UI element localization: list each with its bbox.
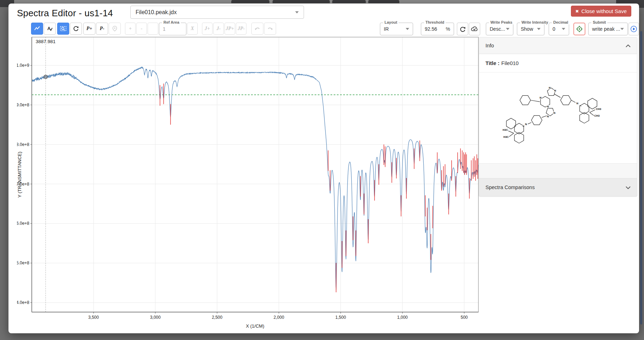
reset-zoom-icon xyxy=(73,25,79,32)
write-peaks-value: Desc... xyxy=(490,26,505,32)
title-label: Title : xyxy=(485,60,500,66)
ref-area-label: Ref Area xyxy=(162,20,181,24)
chevron-down-icon xyxy=(626,184,631,190)
jp-plus-button[interactable]: JP+ xyxy=(225,23,235,35)
zigzag-line-icon xyxy=(34,25,40,32)
svg-text:N: N xyxy=(576,102,578,105)
svg-text:H3C: H3C xyxy=(502,128,508,131)
write-intensity-label: Write Intensity xyxy=(520,20,550,24)
info-accordion: Info Title : File010 NNNNNNNNCH3CH3H3CH3… xyxy=(479,37,637,178)
title-value: File010 xyxy=(501,60,519,66)
zoom-select-button[interactable] xyxy=(57,23,69,35)
close-without-save-button[interactable]: ✖ Close without Save xyxy=(571,6,631,17)
svg-text:X (1/CM): X (1/CM) xyxy=(246,323,264,329)
threshold-label: Threshold xyxy=(424,20,446,24)
info-panel: Info Title : File010 NNNNNNNNCH3CH3H3CH3… xyxy=(479,37,637,197)
chevron-down-icon xyxy=(295,11,299,13)
decimal-label: Decimal xyxy=(552,20,570,24)
layout-value: IR xyxy=(384,26,389,32)
decimal-select[interactable]: Decimal 0 xyxy=(549,23,569,35)
jp-minus-button[interactable]: JP- xyxy=(236,23,246,35)
peak-remove-button[interactable]: P- xyxy=(96,23,108,35)
redo-button[interactable] xyxy=(264,23,276,35)
decimal-value: 0 xyxy=(553,26,555,32)
line-mode-button[interactable] xyxy=(31,23,43,35)
close-button-label: Close without Save xyxy=(582,8,627,14)
svg-text:3,000: 3,000 xyxy=(150,315,161,320)
svg-text:3,500: 3,500 xyxy=(88,315,99,320)
undo-icon xyxy=(254,25,261,32)
refresh-icon xyxy=(459,26,466,33)
j-plus-button[interactable]: J+ xyxy=(202,23,213,35)
svg-text:1.0e+9: 1.0e+9 xyxy=(17,63,29,68)
svg-text:N: N xyxy=(525,123,527,126)
close-icon: ✖ xyxy=(576,9,579,14)
ref-area-input[interactable] xyxy=(163,26,181,32)
molecule-structure: NNNNNNNNCH3CH3H3CH3C xyxy=(493,80,624,156)
svg-text:Y (TRANSMITTANCE): Y (TRANSMITTANCE) xyxy=(17,152,22,198)
info-accordion-header[interactable]: Info xyxy=(479,37,637,54)
svg-text:1,500: 1,500 xyxy=(335,315,346,320)
comparisons-label: Spectra Comparisons xyxy=(485,184,535,190)
reset-zoom-button[interactable] xyxy=(70,23,82,35)
molecule-container: NNNNNNNNCH3CH3H3CH3C xyxy=(479,72,637,163)
svg-text:3887.981: 3887.981 xyxy=(36,39,55,44)
set-ref-button[interactable]: X xyxy=(187,23,198,35)
background-tab xyxy=(332,0,366,3)
chevron-up-icon xyxy=(626,43,631,48)
submit-label: Submit xyxy=(591,20,607,24)
auto-scale-button[interactable]: A xyxy=(44,23,56,35)
info-accordion-footer xyxy=(479,163,637,178)
svg-text:9.0e+8: 9.0e+8 xyxy=(17,102,29,107)
layout-label: Layout xyxy=(383,20,399,24)
submit-select[interactable]: Submit write peak ... xyxy=(588,23,628,35)
submit-value: write peak ... xyxy=(592,26,620,32)
page-scrollbar[interactable] xyxy=(640,31,642,324)
svg-text:N: N xyxy=(547,105,548,108)
threshold-suffix: % xyxy=(446,26,450,32)
svg-text:5.0e+8: 5.0e+8 xyxy=(17,260,29,265)
cloud-check-icon xyxy=(471,26,478,32)
write-peaks-select[interactable]: Write Peaks Desc... xyxy=(486,23,513,35)
svg-text:H3C: H3C xyxy=(503,135,509,138)
svg-text:8.0e+8: 8.0e+8 xyxy=(17,142,29,147)
info-header-label: Info xyxy=(485,43,494,48)
target-icon xyxy=(576,25,583,33)
j-minus-button[interactable]: J- xyxy=(213,23,224,35)
chevron-down-icon xyxy=(406,28,409,30)
play-circle-icon xyxy=(630,25,637,33)
svg-text:N: N xyxy=(539,96,541,99)
svg-text:N: N xyxy=(547,115,548,118)
multiplicity-blank-button[interactable] xyxy=(148,23,158,35)
svg-text:500: 500 xyxy=(461,315,468,320)
spectra-editor-modal: Spectra Editor - us1-14 File010.peak.jdx… xyxy=(8,4,639,333)
undo-button[interactable] xyxy=(251,23,263,35)
svg-text:N: N xyxy=(549,86,550,89)
svg-text:N: N xyxy=(553,111,555,114)
svg-text:2,500: 2,500 xyxy=(212,315,222,320)
chevron-down-icon xyxy=(620,28,624,30)
submit-play-button[interactable] xyxy=(628,23,639,35)
map-pin-icon xyxy=(112,25,118,32)
chevron-down-icon xyxy=(537,28,541,30)
predict-target-button[interactable] xyxy=(573,23,585,35)
background-tab xyxy=(231,0,269,3)
threshold-input[interactable] xyxy=(425,26,443,32)
multiplicity-plus-button[interactable]: + xyxy=(125,23,136,35)
anchor-point-button[interactable] xyxy=(109,23,121,35)
spectrum-title-row: Title : File010 xyxy=(479,54,637,72)
svg-text:CH3: CH3 xyxy=(594,114,600,117)
background-tab xyxy=(273,0,330,3)
page-title: Spectra Editor - us1-14 xyxy=(17,8,113,19)
chevron-down-icon xyxy=(562,28,565,30)
file-select[interactable]: File010.peak.jdx xyxy=(130,6,304,19)
svg-text:A: A xyxy=(47,26,51,31)
browser-tab-strip xyxy=(0,0,644,3)
spectrum-chart[interactable]: 3887.9813,5003,0002,5002,0001,5001,00050… xyxy=(17,34,484,333)
zoom-selection-icon xyxy=(60,25,66,32)
write-intensity-select[interactable]: Write Intensity Show xyxy=(517,23,544,35)
peak-add-button[interactable]: P+ xyxy=(83,23,95,35)
spectra-comparisons-header[interactable]: Spectra Comparisons xyxy=(479,178,637,197)
multiplicity-minus-button[interactable]: - xyxy=(136,23,147,35)
auto-scale-icon: A xyxy=(46,25,53,32)
